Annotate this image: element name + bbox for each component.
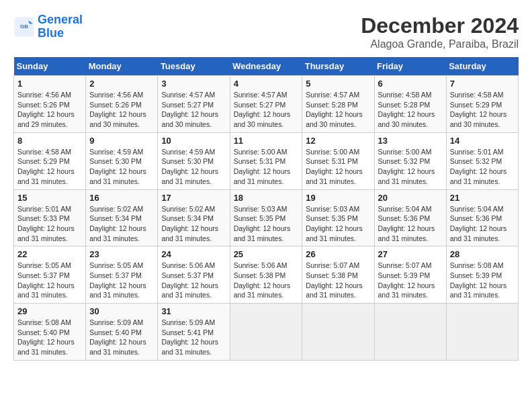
day-info: Sunrise: 5:00 AMSunset: 5:31 PMDaylight:…: [306, 147, 370, 187]
day-info: Sunrise: 4:56 AMSunset: 5:26 PMDaylight:…: [89, 90, 154, 130]
day-number: 3: [161, 79, 226, 89]
day-info: Sunrise: 5:03 AMSunset: 5:35 PMDaylight:…: [306, 204, 370, 244]
calendar-header-row: SundayMondayTuesdayWednesdayThursdayFrid…: [14, 57, 519, 76]
column-header-wednesday: Wednesday: [230, 57, 302, 76]
day-number: 25: [234, 249, 299, 259]
day-info: Sunrise: 4:58 AMSunset: 5:29 PMDaylight:…: [450, 90, 515, 130]
day-number: 15: [17, 193, 82, 203]
calendar-cell: 3Sunrise: 4:57 AMSunset: 5:27 PMDaylight…: [158, 76, 230, 133]
calendar-week-row: 22Sunrise: 5:05 AMSunset: 5:37 PMDayligh…: [14, 246, 519, 304]
calendar-week-row: 1Sunrise: 4:56 AMSunset: 5:26 PMDaylight…: [14, 76, 519, 133]
day-number: 14: [450, 136, 515, 146]
calendar-cell: 26Sunrise: 5:07 AMSunset: 5:38 PMDayligh…: [302, 246, 374, 304]
calendar-cell: 14Sunrise: 5:01 AMSunset: 5:32 PMDayligh…: [446, 132, 518, 189]
calendar-cell: 9Sunrise: 4:59 AMSunset: 5:30 PMDaylight…: [86, 132, 158, 189]
calendar-cell: 16Sunrise: 5:02 AMSunset: 5:34 PMDayligh…: [86, 189, 158, 246]
svg-text:GB: GB: [20, 23, 28, 29]
page-header: GB General Blue December 2024 Alagoa Gra…: [13, 13, 519, 50]
calendar-cell: 30Sunrise: 5:09 AMSunset: 5:40 PMDayligh…: [86, 304, 158, 361]
day-info: Sunrise: 5:09 AMSunset: 5:40 PMDaylight:…: [89, 318, 154, 357]
day-info: Sunrise: 5:06 AMSunset: 5:38 PMDaylight:…: [234, 261, 299, 300]
day-info: Sunrise: 4:58 AMSunset: 5:28 PMDaylight:…: [378, 90, 443, 130]
column-header-thursday: Thursday: [302, 57, 374, 76]
day-number: 11: [234, 136, 299, 146]
day-info: Sunrise: 5:02 AMSunset: 5:34 PMDaylight:…: [89, 204, 154, 244]
calendar-cell: 29Sunrise: 5:08 AMSunset: 5:40 PMDayligh…: [14, 304, 86, 361]
day-info: Sunrise: 4:59 AMSunset: 5:30 PMDaylight:…: [161, 147, 226, 187]
column-header-monday: Monday: [86, 57, 158, 76]
calendar-week-row: 29Sunrise: 5:08 AMSunset: 5:40 PMDayligh…: [14, 304, 519, 361]
day-info: Sunrise: 5:07 AMSunset: 5:39 PMDaylight:…: [378, 261, 443, 300]
logo-line2: Blue: [38, 26, 64, 40]
day-number: 23: [89, 249, 154, 259]
calendar-cell: [374, 304, 446, 361]
day-number: 20: [378, 193, 443, 203]
day-info: Sunrise: 5:06 AMSunset: 5:37 PMDaylight:…: [161, 261, 226, 300]
day-number: 10: [161, 136, 226, 146]
calendar-cell: 12Sunrise: 5:00 AMSunset: 5:31 PMDayligh…: [302, 132, 374, 189]
day-number: 17: [161, 193, 226, 203]
day-info: Sunrise: 4:57 AMSunset: 5:27 PMDaylight:…: [161, 90, 226, 130]
calendar-cell: 5Sunrise: 4:57 AMSunset: 5:28 PMDaylight…: [302, 76, 374, 133]
logo: GB General Blue: [13, 13, 83, 40]
calendar-cell: 15Sunrise: 5:01 AMSunset: 5:33 PMDayligh…: [14, 189, 86, 246]
day-number: 28: [450, 249, 515, 259]
day-number: 5: [306, 79, 370, 89]
day-info: Sunrise: 4:57 AMSunset: 5:27 PMDaylight:…: [234, 90, 299, 130]
day-info: Sunrise: 5:03 AMSunset: 5:35 PMDaylight:…: [234, 204, 299, 244]
calendar-cell: 13Sunrise: 5:00 AMSunset: 5:32 PMDayligh…: [374, 132, 446, 189]
calendar-cell: 4Sunrise: 4:57 AMSunset: 5:27 PMDaylight…: [230, 76, 302, 133]
day-number: 31: [161, 306, 226, 316]
calendar-cell: [230, 304, 302, 361]
calendar-cell: 8Sunrise: 4:58 AMSunset: 5:29 PMDaylight…: [14, 132, 86, 189]
day-number: 12: [306, 136, 370, 146]
day-number: 22: [17, 249, 82, 259]
calendar-cell: 1Sunrise: 4:56 AMSunset: 5:26 PMDaylight…: [14, 76, 86, 133]
calendar-cell: 21Sunrise: 5:04 AMSunset: 5:36 PMDayligh…: [446, 189, 518, 246]
calendar-table: SundayMondayTuesdayWednesdayThursdayFrid…: [13, 57, 519, 361]
day-number: 26: [306, 249, 370, 259]
day-number: 24: [161, 249, 226, 259]
logo-icon: GB: [13, 16, 35, 38]
day-number: 7: [450, 79, 515, 89]
calendar-cell: 18Sunrise: 5:03 AMSunset: 5:35 PMDayligh…: [230, 189, 302, 246]
month-title: December 2024: [361, 13, 519, 38]
column-header-saturday: Saturday: [446, 57, 518, 76]
day-number: 8: [17, 136, 82, 146]
day-info: Sunrise: 5:04 AMSunset: 5:36 PMDaylight:…: [450, 204, 515, 244]
day-number: 13: [378, 136, 443, 146]
calendar-week-row: 15Sunrise: 5:01 AMSunset: 5:33 PMDayligh…: [14, 189, 519, 246]
day-number: 2: [89, 79, 154, 89]
day-info: Sunrise: 5:09 AMSunset: 5:41 PMDaylight:…: [161, 318, 226, 357]
day-number: 1: [17, 79, 82, 89]
calendar-cell: 20Sunrise: 5:04 AMSunset: 5:36 PMDayligh…: [374, 189, 446, 246]
calendar-cell: 19Sunrise: 5:03 AMSunset: 5:35 PMDayligh…: [302, 189, 374, 246]
calendar-cell: [302, 304, 374, 361]
day-number: 18: [234, 193, 299, 203]
calendar-cell: 11Sunrise: 5:00 AMSunset: 5:31 PMDayligh…: [230, 132, 302, 189]
day-number: 27: [378, 249, 443, 259]
day-info: Sunrise: 5:08 AMSunset: 5:39 PMDaylight:…: [450, 261, 515, 300]
calendar-cell: 28Sunrise: 5:08 AMSunset: 5:39 PMDayligh…: [446, 246, 518, 304]
day-number: 6: [378, 79, 443, 89]
calendar-cell: 31Sunrise: 5:09 AMSunset: 5:41 PMDayligh…: [158, 304, 230, 361]
logo-text: General Blue: [38, 13, 83, 40]
day-number: 30: [89, 306, 154, 316]
location-title: Alagoa Grande, Paraiba, Brazil: [361, 38, 519, 50]
title-section: December 2024 Alagoa Grande, Paraiba, Br…: [361, 13, 519, 50]
day-number: 19: [306, 193, 370, 203]
calendar-cell: 6Sunrise: 4:58 AMSunset: 5:28 PMDaylight…: [374, 76, 446, 133]
calendar-cell: 24Sunrise: 5:06 AMSunset: 5:37 PMDayligh…: [158, 246, 230, 304]
day-info: Sunrise: 5:00 AMSunset: 5:32 PMDaylight:…: [378, 147, 443, 187]
day-info: Sunrise: 5:08 AMSunset: 5:40 PMDaylight:…: [17, 318, 82, 357]
calendar-cell: 27Sunrise: 5:07 AMSunset: 5:39 PMDayligh…: [374, 246, 446, 304]
column-header-friday: Friday: [374, 57, 446, 76]
calendar-week-row: 8Sunrise: 4:58 AMSunset: 5:29 PMDaylight…: [14, 132, 519, 189]
day-info: Sunrise: 5:01 AMSunset: 5:32 PMDaylight:…: [450, 147, 515, 187]
calendar-cell: 7Sunrise: 4:58 AMSunset: 5:29 PMDaylight…: [446, 76, 518, 133]
day-info: Sunrise: 4:56 AMSunset: 5:26 PMDaylight:…: [17, 90, 82, 130]
day-info: Sunrise: 5:00 AMSunset: 5:31 PMDaylight:…: [234, 147, 299, 187]
day-info: Sunrise: 5:05 AMSunset: 5:37 PMDaylight:…: [89, 261, 154, 300]
day-info: Sunrise: 4:59 AMSunset: 5:30 PMDaylight:…: [89, 147, 154, 187]
calendar-cell: 2Sunrise: 4:56 AMSunset: 5:26 PMDaylight…: [86, 76, 158, 133]
